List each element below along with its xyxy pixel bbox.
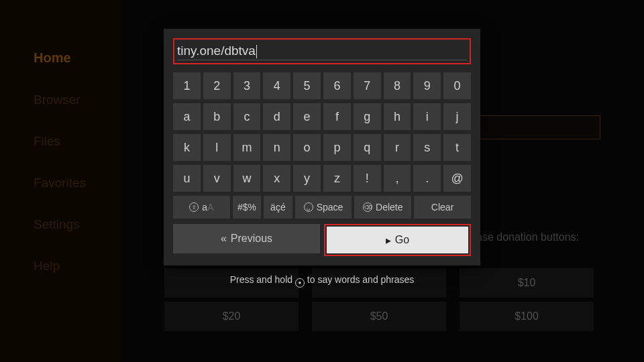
key-g[interactable]: g [354, 103, 381, 130]
key-2[interactable]: 2 [203, 72, 231, 99]
key-l[interactable]: l [203, 134, 231, 161]
shift-key[interactable]: ⇧ aA [173, 196, 230, 219]
nav-row: « Previous ▸ Go [173, 224, 471, 256]
key-r[interactable]: r [384, 134, 411, 161]
key-k[interactable]: k [173, 134, 201, 161]
key-9[interactable]: 9 [413, 72, 441, 99]
key-row-3: k l m n o p q r s t [173, 134, 471, 161]
key-v[interactable]: v [203, 165, 231, 192]
accents-key[interactable]: äçé [264, 196, 292, 219]
go-button[interactable]: ▸ Go [327, 227, 468, 253]
key-3[interactable]: 3 [233, 72, 261, 99]
hint-before: Press and hold [230, 274, 295, 285]
key-period[interactable]: . [413, 165, 441, 192]
key-8[interactable]: 8 [384, 72, 411, 99]
key-row-1: 1 2 3 4 5 6 7 8 9 0 [173, 72, 471, 99]
key-comma[interactable]: , [384, 165, 411, 192]
key-e[interactable]: e [293, 103, 321, 130]
play-pause-icon: ▸ [386, 234, 391, 247]
key-h[interactable]: h [384, 103, 411, 130]
key-j[interactable]: j [443, 103, 471, 130]
key-a[interactable]: a [173, 103, 201, 130]
url-input[interactable]: tiny.one/dbtva [177, 42, 467, 60]
function-row: ⇧ aA #$% äçé ␣ Space ⌫ Delete Clear [173, 196, 471, 219]
key-exclaim[interactable]: ! [354, 165, 381, 192]
key-d[interactable]: d [263, 103, 290, 130]
key-6[interactable]: 6 [323, 72, 351, 99]
hint-after: to say words and phrases [305, 274, 414, 285]
key-at[interactable]: @ [443, 165, 471, 192]
key-7[interactable]: 7 [354, 72, 381, 99]
previous-label: Previous [231, 233, 272, 245]
voice-hint: Press and hold ● to say words and phrase… [164, 274, 480, 288]
input-highlight: tiny.one/dbtva [173, 38, 471, 64]
space-icon: ␣ [304, 202, 313, 212]
shift-label: aA [202, 202, 213, 213]
space-label: Space [317, 202, 343, 213]
delete-key[interactable]: ⌫ Delete [354, 196, 411, 219]
url-input-value: tiny.one/dbtva [177, 44, 256, 58]
key-row-2: a b c d e f g h i j [173, 103, 471, 130]
key-m[interactable]: m [233, 134, 261, 161]
key-5[interactable]: 5 [293, 72, 321, 99]
key-p[interactable]: p [323, 134, 351, 161]
key-q[interactable]: q [354, 134, 381, 161]
go-label: Go [395, 234, 409, 246]
space-key[interactable]: ␣ Space [295, 196, 352, 219]
key-f[interactable]: f [323, 103, 351, 130]
keyboard-panel: tiny.one/dbtva 1 2 3 4 5 6 7 8 9 0 a b c… [164, 29, 480, 265]
key-1[interactable]: 1 [173, 72, 201, 99]
go-highlight: ▸ Go [324, 224, 471, 256]
key-n[interactable]: n [263, 134, 290, 161]
key-u[interactable]: u [173, 165, 201, 192]
delete-icon: ⌫ [363, 202, 372, 212]
key-i[interactable]: i [413, 103, 441, 130]
symbols-key[interactable]: #$% [233, 196, 261, 219]
key-4[interactable]: 4 [263, 72, 290, 99]
delete-label: Delete [376, 202, 402, 213]
clear-key[interactable]: Clear [414, 196, 471, 219]
rewind-icon: « [221, 233, 227, 245]
key-s[interactable]: s [413, 134, 441, 161]
key-t[interactable]: t [443, 134, 471, 161]
key-row-4: u v w x y z ! , . @ [173, 165, 471, 192]
text-cursor [256, 45, 257, 58]
shift-icon: ⇧ [189, 202, 199, 212]
key-x[interactable]: x [263, 165, 290, 192]
key-o[interactable]: o [293, 134, 321, 161]
key-z[interactable]: z [323, 165, 351, 192]
key-b[interactable]: b [203, 103, 231, 130]
key-0[interactable]: 0 [443, 72, 471, 99]
key-c[interactable]: c [233, 103, 261, 130]
mic-icon: ● [295, 278, 305, 288]
key-y[interactable]: y [293, 165, 321, 192]
key-w[interactable]: w [233, 165, 261, 192]
previous-button[interactable]: « Previous [173, 224, 320, 253]
